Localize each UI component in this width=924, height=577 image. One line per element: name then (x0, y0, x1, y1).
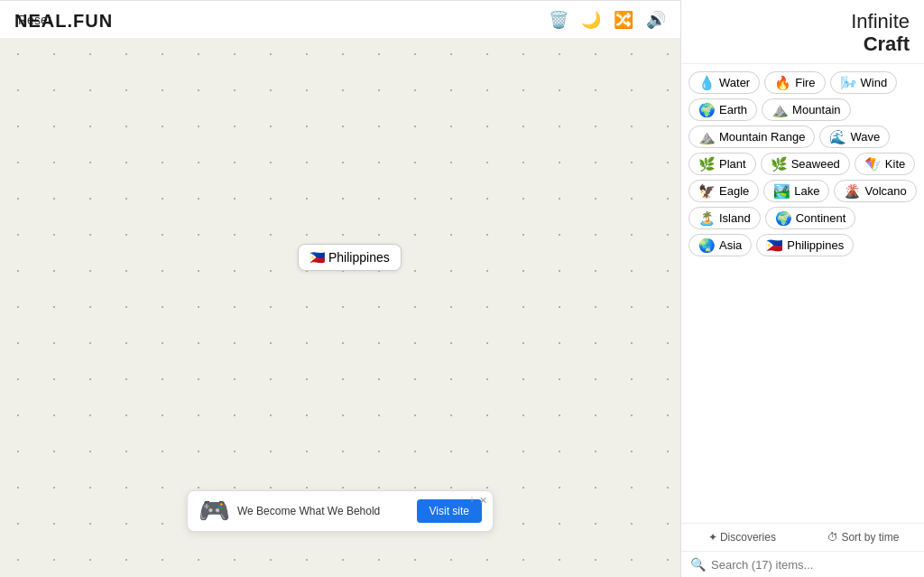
volcano-icon: 🌋 (844, 184, 861, 198)
element-chip-island[interactable]: 🏝️ Island (688, 207, 761, 229)
asia-icon: 🌏 (698, 238, 716, 252)
asia-label: Asia (719, 238, 742, 252)
kite-icon: 🪁 (864, 157, 882, 171)
fire-label: Fire (795, 76, 815, 89)
ad-character: 🎮 (199, 498, 230, 524)
fire-icon: 🔥 (774, 76, 791, 89)
element-chip-wave[interactable]: 🌊 Wave (819, 126, 890, 148)
philippines-chip-label: Philippines (787, 238, 844, 252)
wave-icon: 🌊 (829, 130, 846, 144)
trash-icon[interactable]: 🗑️ (545, 6, 572, 33)
earth-label: Earth (719, 103, 747, 116)
element-chip-fire[interactable]: 🔥 Fire (764, 71, 825, 94)
kite-label: Kite (885, 157, 905, 171)
lake-icon: 🏞️ (773, 184, 790, 198)
logo: NEAL.FUN (14, 11, 113, 32)
mountain-range-icon: ⛰️ (698, 130, 716, 144)
continent-label: Continent (796, 211, 846, 225)
element-chip-lake[interactable]: 🏞️ Lake (763, 180, 829, 202)
eagle-icon: 🦅 (698, 184, 716, 198)
element-chip-continent[interactable]: 🌍 Continent (765, 207, 856, 229)
volcano-label: Volcano (864, 184, 906, 198)
continent-icon: 🌍 (775, 211, 792, 225)
philippines-chip-flag-icon: 🇵🇭 (766, 238, 783, 252)
wind-label: Wind (861, 76, 888, 89)
plant-label: Plant (719, 157, 746, 171)
water-label: Water (719, 76, 750, 89)
search-icon: 🔍 (690, 557, 706, 572)
lake-label: Lake (794, 184, 819, 198)
philippines-label: Philippines (328, 250, 390, 265)
canvas-element-philippines[interactable]: 🇵🇭 Philippines (298, 244, 402, 271)
element-chip-philippines[interactable]: 🇵🇭 Philippines (756, 234, 854, 256)
sort-by-time-tab[interactable]: ⏱ Sort by time (803, 524, 925, 551)
seaweed-label: Seaweed (791, 157, 840, 171)
infinite-craft-title-line1: Infinite (696, 11, 910, 33)
mountain-range-label: Mountain Range (719, 130, 805, 144)
wave-label: Wave (850, 130, 880, 144)
ad-info-icon[interactable]: i (471, 495, 473, 504)
element-chip-mountain-range[interactable]: ⛰️ Mountain Range (688, 126, 815, 148)
island-label: Island (719, 211, 751, 225)
element-chip-wind[interactable]: 🌬️ Wind (830, 71, 898, 94)
element-chip-plant[interactable]: 🌿 Plant (688, 153, 756, 175)
element-chip-eagle[interactable]: 🦅 Eagle (688, 180, 759, 202)
wind-icon: 🌬️ (840, 76, 857, 89)
element-chip-water[interactable]: 💧 Water (688, 71, 760, 94)
eagle-label: Eagle (719, 184, 749, 198)
ad-close-button[interactable]: ✕ (479, 495, 487, 507)
element-chip-asia[interactable]: 🌏 Asia (688, 234, 752, 256)
discoveries-tab[interactable]: ✦ Discoveries (681, 524, 803, 551)
canvas-area[interactable]: NEAL.FUN 🇵🇭 Philippines 🎮 We Become What… (0, 0, 680, 577)
infinite-craft-logo: Infinite Craft (681, 0, 924, 64)
water-icon: 💧 (698, 76, 716, 89)
search-bar: 🔍 (681, 552, 924, 577)
element-chip-earth[interactable]: 🌍 Earth (688, 98, 757, 121)
bottom-right-icons: 🗑️ 🌙 🔀 🔊 (545, 6, 670, 33)
element-chip-volcano[interactable]: 🌋 Volcano (834, 180, 916, 202)
search-input[interactable] (711, 558, 915, 572)
element-chip-seaweed[interactable]: 🌿 Seaweed (761, 153, 850, 175)
mountain-label: Mountain (792, 103, 840, 116)
philippines-flag-icon: 🇵🇭 (310, 250, 325, 265)
sidebar: Infinite Craft 💧 Water 🔥 Fire 🌬️ Wind (680, 0, 924, 577)
seaweed-icon: 🌿 (771, 157, 788, 171)
ad-banner: 🎮 We Become What We Behold Visit site i … (187, 490, 494, 532)
plant-icon: 🌿 (698, 157, 716, 171)
infinite-craft-title-line2: Craft (696, 33, 910, 56)
ad-text: We Become What We Behold (237, 505, 410, 517)
sidebar-tabs: ✦ Discoveries ⏱ Sort by time (681, 524, 924, 552)
moon-icon[interactable]: 🌙 (578, 6, 605, 33)
earth-icon: 🌍 (698, 103, 716, 116)
shuffle-icon[interactable]: 🔀 (610, 6, 637, 33)
element-chip-mountain[interactable]: ⛰️ Mountain (762, 98, 850, 121)
mountain-icon: ⛰️ (772, 103, 789, 116)
element-chip-kite[interactable]: 🪁 Kite (855, 153, 915, 175)
island-icon: 🏝️ (698, 211, 716, 225)
sidebar-bottom: ✦ Discoveries ⏱ Sort by time 🔍 (681, 523, 924, 577)
elements-grid: 💧 Water 🔥 Fire 🌬️ Wind 🌍 Earth ⛰️ (681, 64, 924, 523)
volume-icon[interactable]: 🔊 (642, 6, 670, 33)
